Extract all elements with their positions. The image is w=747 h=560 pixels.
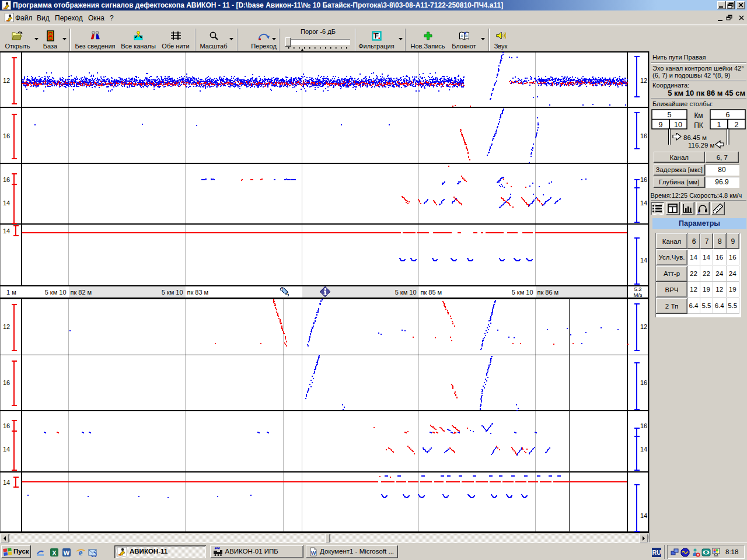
- svg-text:116.29 м: 116.29 м: [688, 142, 715, 149]
- svg-text:16: 16: [640, 176, 647, 183]
- svg-text:6: 6: [726, 111, 730, 119]
- svg-text:16: 16: [3, 422, 10, 429]
- svg-text:2: 2: [735, 121, 739, 129]
- svg-text:5 км 10: 5 км 10: [512, 289, 533, 296]
- svg-text:16: 16: [640, 422, 647, 429]
- svg-text:пк 86 м: пк 86 м: [537, 289, 559, 296]
- svg-text:5: 5: [668, 111, 672, 119]
- svg-text:W: W: [64, 550, 70, 556]
- svg-text:86.45 м: 86.45 м: [683, 134, 707, 141]
- svg-text:1 м: 1 м: [6, 289, 16, 296]
- svg-text:14: 14: [640, 512, 647, 519]
- svg-text:14: 14: [3, 228, 10, 235]
- svg-text:12: 12: [3, 77, 10, 84]
- svg-text:12: 12: [640, 77, 647, 84]
- svg-text:14: 14: [640, 257, 647, 264]
- svg-text:14: 14: [640, 446, 647, 453]
- svg-text:14: 14: [3, 200, 10, 206]
- svg-text:1: 1: [717, 121, 721, 129]
- svg-text:пк 85 м: пк 85 м: [421, 289, 442, 296]
- svg-text:14: 14: [3, 446, 10, 453]
- svg-text:12: 12: [3, 323, 10, 330]
- svg-text:5 км 10: 5 км 10: [162, 289, 183, 296]
- svg-text:М/з: М/з: [634, 292, 643, 298]
- svg-text:W: W: [311, 550, 316, 556]
- svg-text:16: 16: [3, 176, 10, 183]
- svg-text:пк 82 м: пк 82 м: [71, 289, 92, 296]
- svg-text:e: e: [78, 548, 82, 557]
- svg-text:5 км 10: 5 км 10: [45, 289, 67, 296]
- svg-text:12: 12: [640, 323, 647, 330]
- svg-text:X: X: [52, 550, 57, 556]
- svg-text:9: 9: [659, 121, 663, 129]
- svg-text:16: 16: [3, 379, 10, 386]
- svg-text:5 км 10: 5 км 10: [395, 289, 417, 296]
- svg-text:16: 16: [640, 132, 647, 139]
- svg-text:F: F: [374, 32, 378, 40]
- svg-text:Км: Км: [694, 111, 703, 120]
- svg-text:пк 83 м: пк 83 м: [187, 289, 209, 296]
- svg-text:16: 16: [3, 132, 10, 139]
- svg-text:10: 10: [674, 121, 682, 129]
- svg-text:14: 14: [3, 479, 10, 486]
- svg-text:ПК: ПК: [694, 121, 703, 130]
- svg-text:14: 14: [640, 200, 647, 206]
- svg-text:16: 16: [640, 379, 647, 386]
